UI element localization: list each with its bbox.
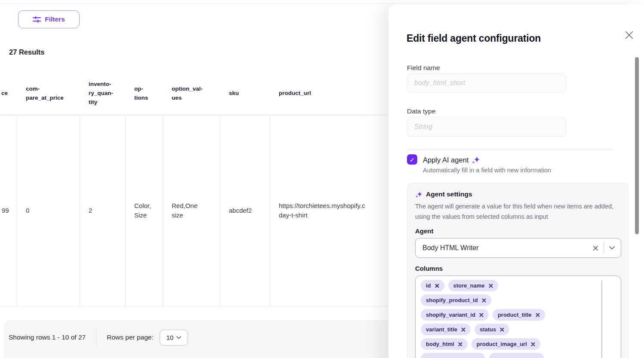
table-cell: 2 [80, 115, 126, 306]
column-tag: shopify_product_id [421, 294, 491, 306]
column-header: op- tions [126, 72, 163, 115]
data-type-label: Data type [407, 107, 435, 115]
sparkles-icon [415, 191, 422, 198]
columns-multiselect[interactable]: id store_name shopify_product_id [415, 275, 621, 358]
column-header: product_url [270, 72, 391, 115]
agent-settings-description: The agent will generate a value for this… [415, 201, 617, 222]
field-name-input[interactable] [407, 73, 566, 93]
column-tag: shopify_variant_id [421, 309, 489, 321]
apply-ai-agent-description: Automatically fill in a field with new i… [423, 167, 551, 174]
column-tag: store_name [448, 280, 498, 291]
apply-ai-agent-checkbox[interactable]: ✓ [407, 154, 417, 165]
columns-scrollbar[interactable] [601, 280, 602, 358]
column-header: ce [0, 72, 17, 115]
filters-button[interactable]: Filters [18, 10, 80, 28]
checkmark-icon: ✓ [410, 156, 415, 163]
column-tag: id [421, 280, 444, 291]
table-row-partial [0, 306, 391, 320]
showing-rows-text: Showing rows 1 - 10 of 27 [9, 334, 86, 341]
remove-tag-icon[interactable] [479, 313, 484, 317]
remove-tag-icon[interactable] [458, 342, 462, 346]
close-icon [625, 31, 633, 39]
app-page: Filters 27 Results ce com- pare_at_price… [0, 0, 644, 358]
apply-ai-agent-label: Apply AI agent [423, 156, 468, 164]
agent-settings-card: Agent settings The agent will generate a… [407, 183, 629, 358]
columns-label: Columns [415, 265, 620, 272]
results-count: 27 Results [9, 48, 45, 56]
select-divider [604, 243, 604, 253]
close-button[interactable] [623, 29, 635, 40]
remove-tag-icon[interactable] [461, 327, 465, 332]
drawer-title: Edit field agent configuration [407, 33, 541, 44]
remove-tag-icon[interactable] [531, 342, 535, 346]
remove-tag-icon[interactable] [489, 284, 493, 288]
table-cell: https://torchietees.myshopify.c day-t-sh… [270, 115, 391, 306]
filters-button-label: Filters [45, 15, 65, 23]
table-cell: abcdef2 [220, 115, 270, 306]
remove-tag-icon[interactable] [500, 327, 504, 332]
column-tag: variant_title [421, 324, 471, 335]
column-tag-partial [421, 353, 485, 358]
table-cell: 0 [17, 115, 80, 306]
agent-select-value: Body HTML Writer [422, 244, 593, 252]
top-divider [0, 3, 396, 4]
clear-agent-icon[interactable] [593, 245, 598, 251]
chevron-down-icon [176, 336, 181, 339]
column-tag: product_image_url [471, 338, 540, 350]
column-tag: body_html [421, 338, 468, 350]
chevron-down-icon [609, 246, 615, 250]
section-divider [407, 150, 613, 150]
agent-settings-title: Agent settings [426, 190, 472, 198]
column-header: invento- ry_quan- tity [80, 72, 126, 115]
data-type-input[interactable] [407, 117, 566, 137]
column-header: sku [220, 72, 270, 115]
table-cell: Color, Size [126, 115, 163, 306]
rows-per-page-select[interactable]: 10 [160, 330, 188, 346]
panel-scrollbar-thumb[interactable] [635, 57, 639, 234]
remove-tag-icon[interactable] [435, 284, 439, 288]
data-table: ce com- pare_at_price invento- ry_quan- … [0, 72, 391, 320]
agent-select[interactable]: Body HTML Writer [415, 238, 621, 258]
remove-tag-icon[interactable] [536, 313, 540, 317]
agent-label: Agent [415, 227, 620, 235]
sparkles-icon [471, 156, 480, 164]
table-cell: Red,One size [163, 115, 220, 306]
edit-field-agent-drawer: Edit field agent configuration Field nam… [388, 4, 644, 358]
rows-per-page-label: Rows per page: [107, 334, 154, 341]
column-tag: status [475, 324, 509, 335]
remove-tag-icon[interactable] [482, 298, 486, 303]
table-footer: Showing rows 1 - 10 of 27 Rows per page:… [3, 320, 396, 358]
filter-sliders-icon [33, 16, 41, 23]
column-tag: product_title [493, 309, 545, 321]
column-header: option_val- ues [163, 72, 220, 115]
column-header: com- pare_at_price [17, 72, 80, 115]
column-tag-partial [489, 353, 544, 358]
table-cell: 99 [0, 115, 17, 306]
field-name-label: Field name [407, 64, 440, 72]
footer-divider [96, 329, 96, 346]
rows-per-page-value: 10 [166, 334, 173, 341]
